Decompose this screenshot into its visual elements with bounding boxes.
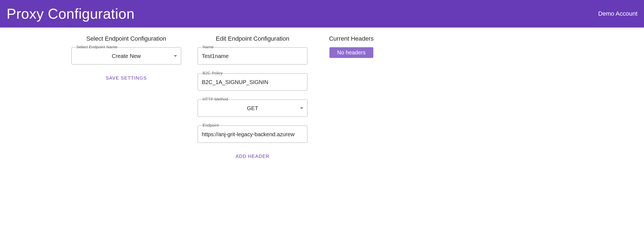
edit-endpoint-title: Edit Endpoint Configuration [216, 35, 289, 42]
endpoint-field[interactable]: Endpoint [198, 126, 307, 143]
http-method-field[interactable]: HTTP Method GET [198, 99, 307, 117]
endpoint-input[interactable] [202, 131, 303, 138]
edit-endpoint-column: Edit Endpoint Configuration Name B2C Pol… [198, 35, 307, 161]
select-endpoint-title: Select Endpoint Configuration [86, 35, 166, 42]
current-headers-column: Current Headers No headers [324, 35, 379, 161]
select-endpoint-name-value[interactable]: Create New [75, 53, 177, 59]
account-label[interactable]: Demo Account [598, 10, 637, 17]
page-title: Proxy Configuration [7, 5, 135, 22]
app-header: Proxy Configuration Demo Account [0, 0, 644, 27]
b2c-policy-input[interactable] [202, 79, 303, 85]
no-headers-chip: No headers [329, 47, 373, 58]
name-field[interactable]: Name [198, 47, 307, 65]
select-endpoint-column: Select Endpoint Configuration Select End… [71, 35, 181, 161]
name-input[interactable] [202, 53, 303, 59]
current-headers-title: Current Headers [329, 35, 374, 42]
b2c-policy-field[interactable]: B2C Policy [198, 73, 307, 91]
select-endpoint-name-field[interactable]: Select Endpoint Name Create New [71, 47, 181, 65]
main-content: Select Endpoint Configuration Select End… [66, 27, 450, 169]
save-settings-button[interactable]: Save Settings [102, 73, 150, 83]
add-header-button[interactable]: Add Header [232, 152, 273, 161]
http-method-value[interactable]: GET [202, 105, 303, 111]
